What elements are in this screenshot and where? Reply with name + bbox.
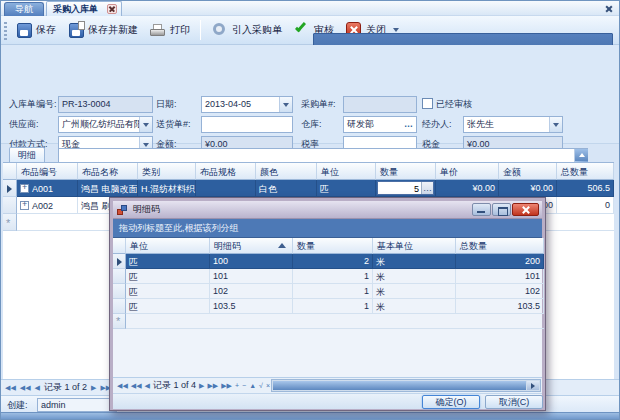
col-header-unit[interactable]: 单位 xyxy=(126,238,210,254)
col-header-code[interactable]: 布品编号 xyxy=(17,163,78,180)
col-header-total-qty[interactable]: 总数量 xyxy=(456,238,544,254)
cell-code[interactable]: A002 xyxy=(17,197,78,214)
group-by-panel[interactable]: 拖动列标题至此,根据该列分组 xyxy=(113,219,542,238)
cell-base-unit[interactable]: 米 xyxy=(373,254,456,269)
nav-add-icon[interactable]: + xyxy=(235,379,239,393)
date-dropdown-icon[interactable] xyxy=(279,97,292,112)
table-row[interactable]: A001 鸿昌 电脑改面... H.混纺材料织物 白色 匹 5 … ¥0.00 … xyxy=(3,180,614,197)
warehouse-field[interactable]: 研发部 … xyxy=(343,116,417,133)
supplier-dropdown-icon[interactable] xyxy=(139,117,152,132)
col-header-qty[interactable]: 数量 xyxy=(293,238,373,254)
cell-detail-code[interactable]: 102 xyxy=(210,284,293,299)
cell-detail-code[interactable]: 103.5 xyxy=(210,299,293,314)
cell-unit[interactable]: 匹 xyxy=(126,284,210,299)
cell-total-qty[interactable]: 103.5 xyxy=(456,299,544,314)
dialog-close-icon[interactable] xyxy=(512,203,539,216)
print-button[interactable]: 打印 xyxy=(145,19,194,41)
cell-total-qty[interactable]: 101 xyxy=(456,269,544,284)
new-row-cell[interactable] xyxy=(126,314,544,329)
cell-total-qty[interactable]: 0 xyxy=(557,197,614,214)
cell-amount[interactable]: ¥0.00 xyxy=(499,180,557,197)
col-header-unit[interactable]: 单位 xyxy=(317,163,376,180)
tab-detail[interactable]: 明细 xyxy=(9,147,45,163)
order-no-field[interactable]: PR-13-0004 xyxy=(58,96,153,113)
col-header-color[interactable]: 颜色 xyxy=(256,163,317,180)
scroll-right-icon[interactable] xyxy=(527,381,539,390)
nav-prev-page-icon[interactable]: ◀◀ xyxy=(20,381,31,395)
cell-unit[interactable]: 匹 xyxy=(126,254,210,269)
tab-navigation[interactable]: 导航 xyxy=(4,2,44,16)
tabstrip-close-icon[interactable] xyxy=(603,3,614,14)
nav-prev-icon[interactable]: ◀ xyxy=(145,379,150,393)
nav-prev-page-icon[interactable]: ◀◀ xyxy=(131,379,142,393)
table-row[interactable]: 匹 103.5 1 米 103.5 xyxy=(113,299,544,314)
col-header-base-unit[interactable]: 基本单位 xyxy=(373,238,456,254)
col-header-spec[interactable]: 布品规格 xyxy=(196,163,256,180)
cell-name[interactable]: 鸿昌 电脑改面... xyxy=(78,180,138,197)
cell-total-qty[interactable]: 102 xyxy=(456,284,544,299)
col-header-detail-code[interactable]: 明细码 xyxy=(210,238,293,254)
cell-unit[interactable]: 匹 xyxy=(126,299,210,314)
col-header-name[interactable]: 布品名称 xyxy=(78,163,138,180)
warehouse-ellipsis-icon[interactable]: … xyxy=(402,117,416,132)
col-header-amount[interactable]: 金额 xyxy=(499,163,557,180)
po-no-field[interactable] xyxy=(343,96,417,113)
col-header-qty[interactable]: 数量 xyxy=(376,163,436,180)
table-row[interactable]: 匹 102 1 米 102 xyxy=(113,284,544,299)
cell-total-qty[interactable]: 506.5 xyxy=(557,180,614,197)
new-row[interactable]: * xyxy=(113,314,544,329)
import-purchase-order-button[interactable]: 引入采购单 xyxy=(207,19,286,41)
cell-unit[interactable]: 匹 xyxy=(317,180,376,197)
date-field[interactable]: 2013-04-05 xyxy=(201,96,293,113)
dialog-horizontal-scrollbar[interactable] xyxy=(271,379,541,392)
cell-total-qty[interactable]: 200 xyxy=(456,254,544,269)
nav-first-icon[interactable]: ◀◀ xyxy=(117,379,128,393)
cell-spec[interactable] xyxy=(196,180,256,197)
col-header-total-qty[interactable]: 总数量 xyxy=(557,163,614,180)
expand-icon[interactable] xyxy=(20,184,29,193)
nav-next-icon[interactable]: ▶ xyxy=(91,381,96,395)
cell-base-unit[interactable]: 米 xyxy=(373,299,456,314)
cell-category[interactable]: H.混纺材料织物 xyxy=(138,180,196,197)
handler-dropdown-icon[interactable] xyxy=(549,117,562,132)
toolbar-overflow-icon[interactable] xyxy=(393,28,399,32)
audited-checkbox[interactable] xyxy=(422,98,433,109)
col-header-price[interactable]: 单价 xyxy=(436,163,499,180)
dialog-maximize-icon[interactable] xyxy=(492,203,511,216)
cell-color[interactable]: 白色 xyxy=(256,180,317,197)
cell-qty[interactable]: 2 xyxy=(293,254,373,269)
save-button[interactable]: 保存 xyxy=(11,19,60,41)
expand-icon[interactable] xyxy=(20,201,29,210)
cancel-button[interactable]: 取消(C) xyxy=(485,395,543,409)
dialog-minimize-icon[interactable] xyxy=(472,203,491,216)
table-row[interactable]: 匹 100 2 米 200 xyxy=(113,254,544,269)
qty-editor[interactable]: 5 … xyxy=(377,181,434,195)
nav-cancel-icon[interactable]: × xyxy=(266,379,270,393)
cell-qty[interactable]: 1 xyxy=(293,284,373,299)
toolbar-drag-handle[interactable] xyxy=(4,22,7,40)
cell-code[interactable]: A001 xyxy=(17,180,78,197)
nav-next-page-icon[interactable]: ▶▶ xyxy=(207,379,218,393)
nav-last-icon[interactable]: ▶▶ xyxy=(221,379,232,393)
nav-post-icon[interactable]: √ xyxy=(259,379,263,393)
supplier-field[interactable]: 广州顺亿纺织品有限公司 xyxy=(58,116,153,133)
cell-qty[interactable]: 1 xyxy=(293,269,373,284)
scroll-up-icon[interactable] xyxy=(575,149,588,161)
cell-qty[interactable]: 1 xyxy=(293,299,373,314)
table-row[interactable]: 匹 101 1 米 101 xyxy=(113,269,544,284)
nav-edit-icon[interactable]: ▲ xyxy=(249,379,256,393)
delivery-no-field[interactable] xyxy=(201,116,293,133)
created-by-field[interactable]: admin xyxy=(37,398,117,412)
handler-field[interactable]: 张先生 xyxy=(463,116,563,133)
cell-detail-code[interactable]: 101 xyxy=(210,269,293,284)
cell-unit[interactable]: 匹 xyxy=(126,269,210,284)
nav-next-icon[interactable]: ▶ xyxy=(199,379,204,393)
col-header-category[interactable]: 类别 xyxy=(138,163,196,180)
ok-button[interactable]: 确定(O) xyxy=(422,395,480,409)
dialog-titlebar[interactable]: 明细码 xyxy=(113,201,542,219)
nav-prev-icon[interactable]: ◀ xyxy=(35,381,40,395)
tab-close-icon[interactable] xyxy=(107,4,117,14)
nav-first-icon[interactable]: ◀◀ xyxy=(5,381,16,395)
cell-qty[interactable]: 5 … xyxy=(376,180,436,197)
save-and-new-button[interactable]: 保存并新建 xyxy=(63,19,142,41)
